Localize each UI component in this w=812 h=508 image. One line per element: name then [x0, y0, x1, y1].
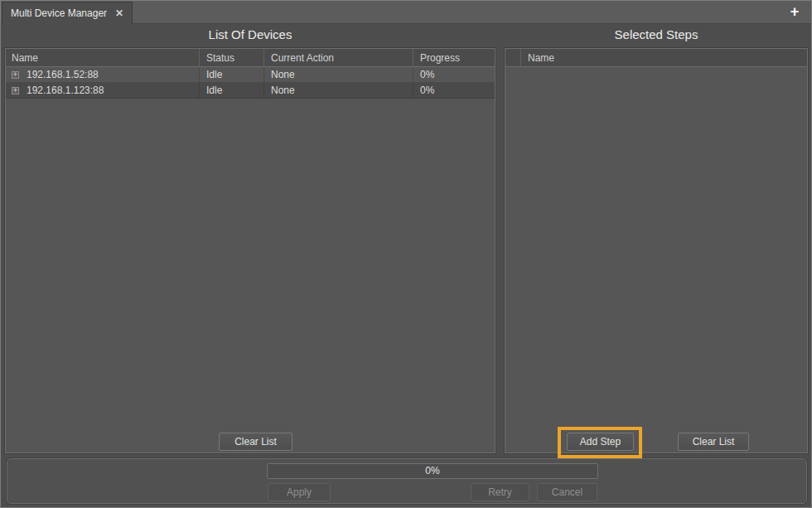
device-action-cell: None	[264, 83, 413, 98]
cancel-button[interactable]: Cancel	[537, 483, 597, 501]
column-header-spacer	[505, 49, 521, 66]
device-name-cell: + 192.168.1.52:88	[6, 67, 200, 82]
device-progress-cell: 0%	[413, 67, 495, 82]
device-name: 192.168.1.52:88	[27, 69, 99, 80]
list-of-devices-title: List Of Devices	[5, 27, 495, 44]
expand-icon[interactable]: +	[12, 71, 19, 79]
device-action-cell: None	[264, 67, 413, 82]
steps-table: Name Add Step Clear List	[505, 48, 808, 453]
column-header-status[interactable]: Status	[200, 49, 264, 66]
device-status-cell: Idle	[200, 83, 264, 98]
device-name-cell: + 192.168.1.123:88	[6, 83, 200, 98]
tab-multi-device-manager[interactable]: Multi Device Manager ✕	[2, 2, 133, 24]
steps-table-header: Name	[505, 49, 807, 67]
bottom-action-panel: 0% Apply Retry Cancel	[7, 458, 807, 504]
tab-bar: Multi Device Manager ✕ +	[1, 1, 811, 24]
retry-button[interactable]: Retry	[471, 483, 529, 501]
devices-table: Name Status Current Action Progress + 19…	[5, 48, 495, 453]
add-tab-icon[interactable]: +	[786, 3, 803, 20]
progress-bar: 0%	[267, 463, 598, 479]
apply-button[interactable]: Apply	[268, 483, 331, 501]
device-row[interactable]: + 192.168.1.52:88 Idle None 0%	[6, 67, 495, 83]
tab-label: Multi Device Manager	[11, 7, 107, 19]
selected-steps-title: Selected Steps	[505, 27, 808, 44]
add-step-button[interactable]: Add Step	[567, 433, 634, 451]
clear-steps-button[interactable]: Clear List	[678, 433, 749, 451]
expand-icon[interactable]: +	[12, 87, 19, 94]
column-header-name[interactable]: Name	[6, 49, 200, 66]
devices-table-header: Name Status Current Action Progress	[6, 49, 495, 67]
column-header-progress[interactable]: Progress	[413, 49, 495, 66]
column-header-action[interactable]: Current Action	[264, 49, 413, 66]
close-icon[interactable]: ✕	[115, 8, 123, 18]
device-row[interactable]: + 192.168.1.123:88 Idle None 0%	[6, 83, 495, 99]
column-header-step-name[interactable]: Name	[521, 49, 807, 66]
app-window: Multi Device Manager ✕ + List Of Devices…	[0, 0, 812, 508]
device-progress-cell: 0%	[413, 83, 495, 98]
clear-devices-button[interactable]: Clear List	[219, 433, 292, 451]
device-status-cell: Idle	[200, 67, 264, 82]
device-name: 192.168.1.123:88	[27, 85, 104, 96]
